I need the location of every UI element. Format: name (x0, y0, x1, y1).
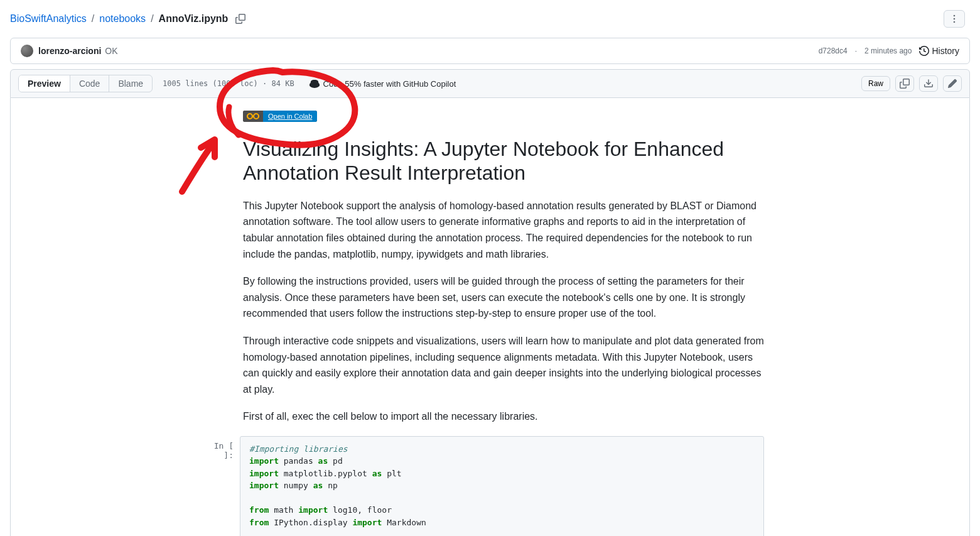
svg-point-1 (954, 18, 956, 20)
pencil-icon (947, 79, 957, 89)
copy-button[interactable] (895, 75, 914, 92)
breadcrumb-repo[interactable]: BioSwiftAnalytics (10, 13, 87, 25)
colab-icon (243, 111, 263, 122)
edit-button[interactable] (943, 75, 962, 92)
doc-paragraph: By following the instructions provided, … (243, 273, 764, 322)
breadcrumb: BioSwiftAnalytics / notebooks / AnnoViz.… (0, 0, 980, 33)
breadcrumb-sep: / (151, 13, 153, 25)
file-info: 1005 lines (1005 loc) · 84 KB (163, 79, 294, 88)
breadcrumb-folder[interactable]: notebooks (99, 13, 146, 25)
file-toolbar: Preview Code Blame 1005 lines (1005 loc)… (10, 69, 970, 98)
colab-badge-text: Open in Colab (263, 111, 317, 122)
tab-code[interactable]: Code (70, 75, 109, 92)
avatar[interactable] (21, 45, 33, 57)
doc-title: Visualizing Insights: A Jupyter Notebook… (243, 137, 764, 185)
code-cell: In [ ]: #Importing libraries import pand… (243, 436, 764, 536)
download-icon (923, 79, 934, 89)
download-button[interactable] (919, 75, 938, 92)
copilot-promo[interactable]: Code 55% faster with GitHub Copilot (310, 79, 456, 89)
doc-paragraph: Through interactive code snippets and vi… (243, 333, 764, 397)
breadcrumb-current: AnnoViz.ipynb (159, 13, 229, 25)
breadcrumb-sep: / (92, 13, 94, 25)
history-icon (919, 46, 929, 56)
copy-path-icon[interactable] (235, 14, 245, 24)
svg-point-4 (254, 114, 259, 119)
commit-message[interactable]: OK (105, 46, 117, 56)
copy-icon (900, 79, 910, 89)
svg-point-0 (954, 15, 956, 17)
notebook-body: Open in Colab Visualizing Insights: A Ju… (243, 111, 764, 536)
commit-sha[interactable]: d728dc4 (819, 46, 848, 55)
commit-dot: · (855, 46, 857, 55)
colab-badge[interactable]: Open in Colab (243, 111, 317, 122)
history-link[interactable]: History (919, 46, 959, 56)
svg-point-2 (954, 21, 956, 23)
tab-blame[interactable]: Blame (109, 75, 152, 92)
tab-group: Preview Code Blame (18, 75, 153, 92)
tab-preview[interactable]: Preview (19, 75, 70, 92)
cell-prompt: In [ ]: (202, 436, 240, 536)
more-menu-button[interactable] (944, 10, 965, 28)
svg-point-3 (247, 114, 252, 119)
doc-paragraph: First of all, exec the cell below to imp… (243, 408, 764, 425)
commit-bar: lorenzo-arcioni OK d728dc4 · 2 minutes a… (10, 38, 970, 64)
copilot-icon (310, 79, 320, 89)
commit-author[interactable]: lorenzo-arcioni (38, 46, 101, 56)
raw-button[interactable]: Raw (861, 76, 890, 91)
doc-paragraph: This Jupyter Notebook support the analys… (243, 198, 764, 262)
file-content: Open in Colab Visualizing Insights: A Ju… (10, 98, 970, 536)
cell-code: #Importing libraries import pandas as pd… (240, 436, 764, 536)
commit-time: 2 minutes ago (864, 46, 912, 55)
